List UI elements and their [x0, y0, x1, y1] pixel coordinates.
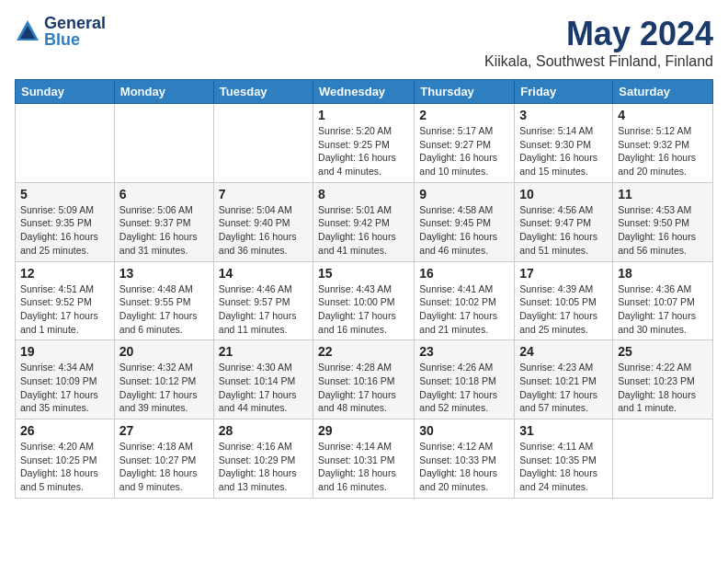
day-info: Sunrise: 4:18 AM Sunset: 10:27 PM Daylig…	[119, 440, 209, 494]
calendar-cell: 26Sunrise: 4:20 AM Sunset: 10:25 PM Dayl…	[16, 419, 115, 499]
day-number: 14	[219, 266, 308, 281]
day-info: Sunrise: 5:12 AM Sunset: 9:32 PM Dayligh…	[618, 124, 708, 178]
logo-icon	[15, 18, 40, 44]
day-info: Sunrise: 5:14 AM Sunset: 9:30 PM Dayligh…	[519, 124, 608, 178]
header-cell-tuesday: Tuesday	[213, 80, 313, 104]
day-number: 20	[119, 344, 209, 359]
calendar-week-3: 19Sunrise: 4:34 AM Sunset: 10:09 PM Dayl…	[16, 340, 713, 419]
day-info: Sunrise: 4:22 AM Sunset: 10:23 PM Daylig…	[618, 361, 708, 415]
calendar-cell: 7Sunrise: 5:04 AM Sunset: 9:40 PM Daylig…	[213, 182, 313, 261]
calendar-cell: 14Sunrise: 4:46 AM Sunset: 9:57 PM Dayli…	[213, 261, 313, 340]
day-number: 23	[419, 344, 509, 359]
logo-blue-text: Blue	[44, 31, 106, 48]
day-number: 8	[318, 187, 409, 201]
day-info: Sunrise: 5:17 AM Sunset: 9:27 PM Dayligh…	[419, 124, 509, 178]
day-info: Sunrise: 5:20 AM Sunset: 9:25 PM Dayligh…	[318, 124, 409, 178]
day-number: 30	[419, 423, 509, 438]
calendar-week-2: 12Sunrise: 4:51 AM Sunset: 9:52 PM Dayli…	[16, 261, 713, 340]
day-number: 27	[119, 423, 209, 438]
day-info: Sunrise: 4:32 AM Sunset: 10:12 PM Daylig…	[119, 361, 209, 415]
calendar-cell: 4Sunrise: 5:12 AM Sunset: 9:32 PM Daylig…	[613, 104, 713, 183]
calendar-cell: 18Sunrise: 4:36 AM Sunset: 10:07 PM Dayl…	[613, 261, 713, 340]
day-number: 6	[119, 187, 209, 201]
calendar-cell: 11Sunrise: 4:53 AM Sunset: 9:50 PM Dayli…	[613, 182, 713, 261]
day-number: 5	[20, 187, 109, 201]
calendar-cell: 1Sunrise: 5:20 AM Sunset: 9:25 PM Daylig…	[313, 104, 415, 183]
calendar-cell	[114, 104, 213, 183]
day-info: Sunrise: 4:26 AM Sunset: 10:18 PM Daylig…	[419, 361, 509, 415]
day-number: 22	[318, 344, 409, 359]
calendar-cell: 2Sunrise: 5:17 AM Sunset: 9:27 PM Daylig…	[415, 104, 515, 183]
day-info: Sunrise: 4:34 AM Sunset: 10:09 PM Daylig…	[20, 361, 109, 415]
calendar-cell: 24Sunrise: 4:23 AM Sunset: 10:21 PM Dayl…	[515, 340, 613, 419]
calendar-cell: 17Sunrise: 4:39 AM Sunset: 10:05 PM Dayl…	[515, 261, 613, 340]
day-info: Sunrise: 4:51 AM Sunset: 9:52 PM Dayligh…	[20, 282, 109, 337]
day-number: 9	[419, 187, 509, 201]
day-number: 2	[419, 108, 509, 122]
calendar-cell: 22Sunrise: 4:28 AM Sunset: 10:16 PM Dayl…	[313, 340, 415, 419]
header-cell-thursday: Thursday	[415, 80, 515, 104]
day-number: 18	[618, 266, 708, 281]
day-info: Sunrise: 4:28 AM Sunset: 10:16 PM Daylig…	[318, 361, 409, 415]
calendar-cell: 23Sunrise: 4:26 AM Sunset: 10:18 PM Dayl…	[415, 340, 515, 419]
calendar-cell: 6Sunrise: 5:06 AM Sunset: 9:37 PM Daylig…	[114, 182, 213, 261]
day-number: 16	[419, 266, 509, 281]
day-number: 11	[618, 187, 708, 201]
calendar-cell: 12Sunrise: 4:51 AM Sunset: 9:52 PM Dayli…	[16, 261, 115, 340]
day-info: Sunrise: 4:58 AM Sunset: 9:45 PM Dayligh…	[419, 203, 509, 258]
calendar-cell: 15Sunrise: 4:43 AM Sunset: 10:00 PM Dayl…	[313, 261, 415, 340]
calendar-cell: 20Sunrise: 4:32 AM Sunset: 10:12 PM Dayl…	[114, 340, 213, 419]
day-info: Sunrise: 4:46 AM Sunset: 9:57 PM Dayligh…	[219, 282, 308, 337]
day-number: 10	[519, 187, 608, 201]
day-number: 12	[20, 266, 109, 281]
day-info: Sunrise: 4:30 AM Sunset: 10:14 PM Daylig…	[219, 361, 308, 415]
day-info: Sunrise: 4:48 AM Sunset: 9:55 PM Dayligh…	[119, 282, 209, 337]
calendar-cell: 27Sunrise: 4:18 AM Sunset: 10:27 PM Dayl…	[114, 419, 213, 499]
calendar-week-0: 1Sunrise: 5:20 AM Sunset: 9:25 PM Daylig…	[16, 104, 713, 183]
calendar-cell: 29Sunrise: 4:14 AM Sunset: 10:31 PM Dayl…	[313, 419, 415, 499]
calendar-cell: 31Sunrise: 4:11 AM Sunset: 10:35 PM Dayl…	[515, 419, 613, 499]
day-number: 13	[119, 266, 209, 281]
day-number: 25	[618, 344, 708, 359]
calendar-cell: 8Sunrise: 5:01 AM Sunset: 9:42 PM Daylig…	[313, 182, 415, 261]
day-info: Sunrise: 4:43 AM Sunset: 10:00 PM Daylig…	[318, 282, 409, 337]
title-block: May 2024 Kiikala, Southwest Finland, Fin…	[484, 15, 713, 70]
day-info: Sunrise: 5:09 AM Sunset: 9:35 PM Dayligh…	[20, 203, 109, 258]
day-info: Sunrise: 4:20 AM Sunset: 10:25 PM Daylig…	[20, 440, 109, 494]
calendar-cell: 5Sunrise: 5:09 AM Sunset: 9:35 PM Daylig…	[16, 182, 115, 261]
day-info: Sunrise: 4:14 AM Sunset: 10:31 PM Daylig…	[318, 440, 409, 494]
day-number: 17	[519, 266, 608, 281]
day-info: Sunrise: 4:36 AM Sunset: 10:07 PM Daylig…	[618, 282, 708, 337]
calendar-cell: 25Sunrise: 4:22 AM Sunset: 10:23 PM Dayl…	[613, 340, 713, 419]
calendar-cell	[213, 104, 313, 183]
day-number: 15	[318, 266, 409, 281]
day-info: Sunrise: 5:06 AM Sunset: 9:37 PM Dayligh…	[119, 203, 209, 258]
day-number: 7	[219, 187, 308, 201]
calendar-cell: 16Sunrise: 4:41 AM Sunset: 10:02 PM Dayl…	[415, 261, 515, 340]
day-info: Sunrise: 4:39 AM Sunset: 10:05 PM Daylig…	[519, 282, 608, 337]
header-cell-sunday: Sunday	[16, 80, 115, 104]
calendar-cell: 9Sunrise: 4:58 AM Sunset: 9:45 PM Daylig…	[415, 182, 515, 261]
calendar-cell: 10Sunrise: 4:56 AM Sunset: 9:47 PM Dayli…	[515, 182, 613, 261]
logo: General Blue	[15, 15, 106, 48]
day-number: 3	[519, 108, 608, 122]
calendar-cell	[613, 419, 713, 499]
main-title: May 2024	[484, 15, 713, 53]
calendar-cell: 30Sunrise: 4:12 AM Sunset: 10:33 PM Dayl…	[415, 419, 515, 499]
calendar-week-4: 26Sunrise: 4:20 AM Sunset: 10:25 PM Dayl…	[16, 419, 713, 499]
day-number: 4	[618, 108, 708, 122]
calendar-table: SundayMondayTuesdayWednesdayThursdayFrid…	[15, 79, 713, 499]
day-number: 21	[219, 344, 308, 359]
page-header: General Blue May 2024 Kiikala, Southwest…	[15, 15, 713, 70]
subtitle: Kiikala, Southwest Finland, Finland	[484, 53, 713, 70]
calendar-cell: 3Sunrise: 5:14 AM Sunset: 9:30 PM Daylig…	[515, 104, 613, 183]
calendar-cell: 19Sunrise: 4:34 AM Sunset: 10:09 PM Dayl…	[16, 340, 115, 419]
day-number: 19	[20, 344, 109, 359]
day-number: 26	[20, 423, 109, 438]
day-number: 1	[318, 108, 409, 122]
day-number: 28	[219, 423, 308, 438]
day-info: Sunrise: 5:01 AM Sunset: 9:42 PM Dayligh…	[318, 203, 409, 258]
calendar-cell: 28Sunrise: 4:16 AM Sunset: 10:29 PM Dayl…	[213, 419, 313, 499]
header-cell-friday: Friday	[515, 80, 613, 104]
day-info: Sunrise: 4:12 AM Sunset: 10:33 PM Daylig…	[419, 440, 509, 494]
